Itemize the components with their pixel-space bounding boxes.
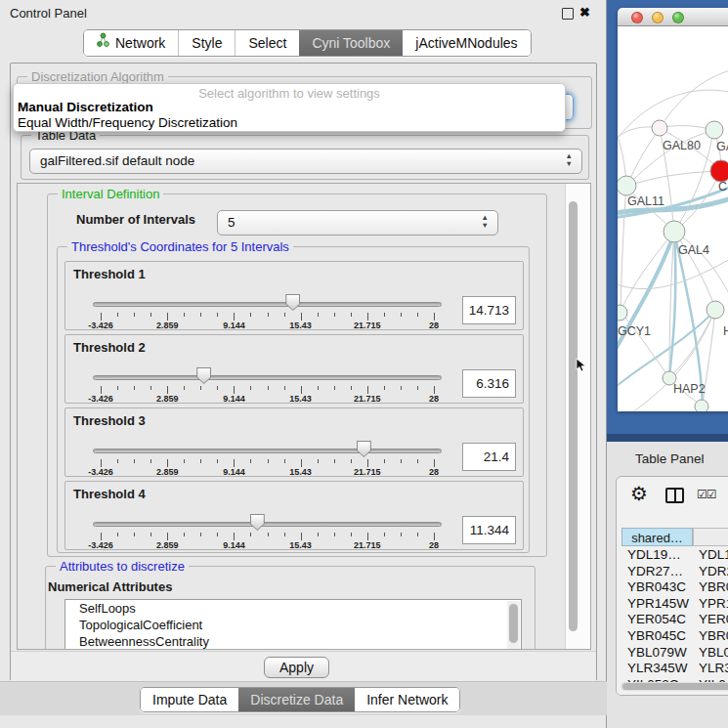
threshold-value-field[interactable]: 6.316 [462, 369, 516, 398]
tab-cyni-toolbox[interactable]: Cyni Toolbox [299, 30, 403, 56]
cell-name: YBL0 [699, 645, 728, 660]
slider-tick [417, 459, 418, 463]
vertical-scrollbar-thumb[interactable] [569, 201, 578, 631]
attribute-list-item[interactable]: TopologicalCoefficient [65, 617, 521, 633]
cell-shared-name: YBL079W [627, 645, 687, 660]
float-panel-icon[interactable] [562, 8, 574, 20]
horizontal-scrollbar[interactable] [621, 682, 728, 691]
tab-select[interactable]: Select [235, 30, 299, 56]
H-node-label: H [723, 324, 728, 338]
apply-button[interactable]: Apply [264, 657, 329, 678]
table-data-combobox[interactable]: galFiltered.sif default node ▲▼ [29, 149, 582, 174]
table-row[interactable]: YBR045CYBR0 [621, 628, 728, 645]
slider-thumb[interactable] [196, 367, 211, 384]
numerical-attributes-list[interactable]: SelfLoopsTopologicalCoefficientBetweenne… [64, 599, 522, 650]
network-edge[interactable] [621, 232, 674, 312]
slider-tick [318, 459, 319, 463]
H-node[interactable] [707, 301, 724, 319]
zoom-traffic-light[interactable] [672, 12, 684, 23]
attribute-list-item[interactable]: BetweennessCentrality [65, 633, 521, 650]
table-row[interactable]: YBL079WYBL0 [621, 645, 728, 662]
slider-tick [234, 386, 235, 394]
discretization-algorithm-group-title: Discretization Algorithm [27, 69, 168, 84]
table-row[interactable]: YPR145WYPR1 [621, 596, 728, 613]
network-graph[interactable]: GAL80GACGAL11GAL4GCY1HHAP2 [618, 26, 728, 411]
tab-infer-network[interactable]: Infer Network [355, 688, 459, 711]
algorithm-dropdown-popup: Select algorithm to view settings Manual… [13, 83, 566, 132]
screenshot-root: { "control_panel": { "title": "Control P… [0, 0, 728, 728]
slider-tick [167, 313, 168, 321]
minimize-traffic-light[interactable] [652, 12, 664, 23]
slider-tick [167, 386, 168, 394]
GAL11-node[interactable] [618, 176, 636, 195]
table-row[interactable]: YDR27…YDR2 [621, 564, 728, 580]
slider-tick [117, 459, 118, 463]
slider-tick [250, 313, 251, 317]
slider-tick-label: 28 [409, 467, 458, 477]
network-icon [97, 31, 109, 55]
dropdown-hint: Select algorithm to view settings [14, 86, 565, 101]
close-traffic-light[interactable] [631, 12, 643, 23]
slider-tick [284, 459, 285, 463]
close-panel-icon[interactable]: ✖ [579, 5, 590, 20]
num-intervals-combobox[interactable]: 5 ▲▼ [217, 210, 498, 236]
threshold-value-field[interactable]: 11.344 [462, 516, 516, 544]
table-row[interactable]: YBR043CYBR0 [621, 579, 728, 596]
tab-network[interactable]: Network [84, 30, 178, 56]
list-scrollbar-thumb[interactable] [509, 604, 518, 643]
tab-style[interactable]: Style [178, 30, 235, 56]
network-edge[interactable] [621, 187, 626, 312]
slider-track[interactable] [93, 522, 442, 527]
tab-discretize-data[interactable]: Discretize Data [238, 688, 355, 711]
GAL4-node[interactable] [664, 221, 685, 242]
window-titlebar[interactable] [618, 8, 728, 26]
horizontal-scrollbar-thumb[interactable] [622, 683, 728, 690]
list-scrollbar[interactable] [507, 601, 520, 650]
split-columns-icon[interactable] [665, 488, 684, 503]
tab-impute-data[interactable]: Impute Data [141, 688, 238, 711]
red-node[interactable] [710, 160, 728, 182]
network-edge[interactable] [627, 128, 660, 186]
GAL3-node-label: GA [716, 140, 728, 153]
bottom-node[interactable] [695, 400, 708, 411]
gear-icon[interactable]: ⚙ [630, 482, 648, 505]
HAP2-node-label: HAP2 [673, 382, 706, 396]
slider-thumb[interactable] [250, 514, 265, 531]
slider-tick [268, 386, 269, 390]
dropdown-option-manual[interactable]: Manual Discretization [18, 100, 153, 114]
slider-tick [417, 533, 418, 536]
GAL80-node[interactable] [652, 120, 667, 136]
threshold-panel-3: Threshold 3-3.4262.8599.14415.4321.71528… [64, 407, 524, 477]
column-header-shared-name[interactable]: shared… [621, 528, 693, 546]
column-header-name[interactable]: na [693, 528, 728, 546]
slider-track[interactable] [93, 449, 442, 453]
slider-thumb[interactable] [285, 294, 300, 311]
slider-track[interactable] [93, 375, 442, 380]
slider-tick [184, 533, 185, 536]
GAL3-node[interactable] [706, 121, 723, 139]
slider-tick [217, 386, 218, 390]
table-row[interactable]: YER054CYER0 [621, 612, 728, 628]
attribute-list-item[interactable]: SelfLoops [65, 600, 521, 617]
tab-label: Infer Network [366, 689, 448, 710]
threshold-label: Threshold 2 [73, 340, 146, 355]
network-view-canvas[interactable]: GAL80GACGAL11GAL4GCY1HHAP2 [618, 26, 728, 411]
frame-bottom-strip [607, 434, 728, 442]
slider-thumb[interactable] [357, 441, 371, 457]
slider-tick-label: -3.426 [76, 321, 125, 330]
stepper-arrows-icon: ▲▼ [482, 214, 489, 230]
slider-tick [150, 313, 151, 317]
slider-tick-label: 21.715 [343, 321, 392, 330]
table-row[interactable]: YDL19…YDL1 [621, 547, 728, 564]
threshold-value-field[interactable]: 14.713 [462, 296, 516, 324]
table-row[interactable]: YLR345WYLR3 [621, 661, 728, 677]
settings-scroll-area: Interval Definition Number of Intervals … [17, 183, 591, 650]
slider-tick [401, 313, 402, 317]
vertical-scrollbar[interactable] [565, 184, 590, 649]
network-view-window: GAL80GACGAL11GAL4GCY1HHAP2 [618, 8, 728, 411]
select-columns-icon[interactable]: ☑☑ [697, 488, 716, 501]
threshold-value-field[interactable]: 21.4 [462, 443, 516, 471]
slider-track[interactable] [93, 302, 442, 307]
dropdown-option-equal-width[interactable]: Equal Width/Frequency Discretization [18, 115, 237, 130]
tab-jactivemnodules[interactable]: jActiveMNodules [403, 30, 530, 56]
